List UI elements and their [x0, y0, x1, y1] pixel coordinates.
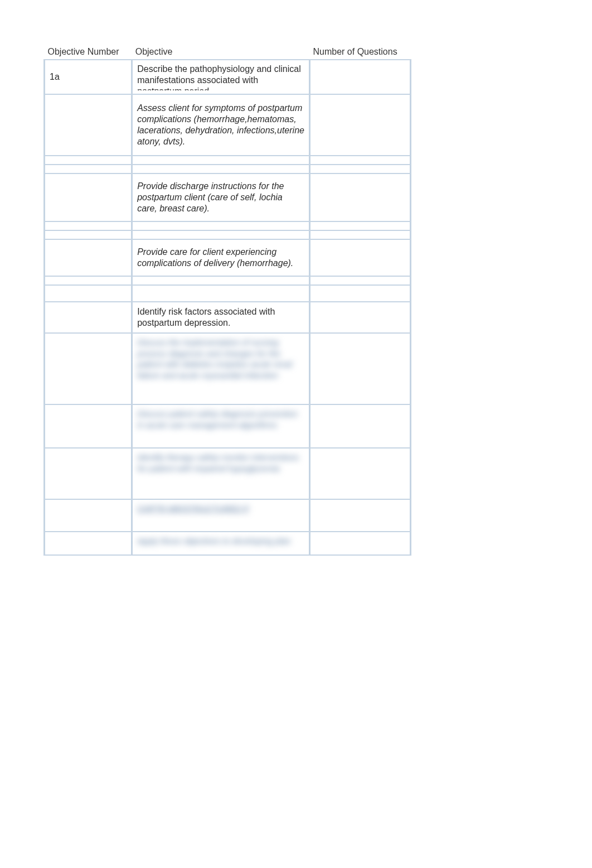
- cell-objective-number: [45, 165, 132, 173]
- blurred-content: Discuss patient safety diagnosis prevent…: [137, 408, 304, 430]
- cell-objective: Identify risk factors associated with po…: [132, 302, 310, 333]
- cell-objective-number: [45, 302, 132, 333]
- cell-objective: [132, 230, 310, 239]
- table-row: [45, 285, 411, 302]
- table-row: 1a Describe the pathophysiology and clin…: [45, 60, 411, 94]
- cell-number-of-questions: [309, 156, 410, 165]
- cell-objective: [132, 276, 310, 285]
- cell-objective-number: [45, 333, 132, 404]
- cell-objective-number: [45, 230, 132, 239]
- cell-objective-number: [45, 285, 132, 302]
- cell-objective-number: [45, 221, 132, 230]
- cell-objective: Discuss patient safety diagnosis prevent…: [132, 404, 310, 448]
- cell-objective-number: [45, 156, 132, 165]
- table-header-row: Objective Number Objective Number of Que…: [45, 45, 411, 60]
- blurred-content: Discuss the implementation of nursing pr…: [137, 337, 304, 380]
- blurred-content: Apply these objectives to developing pla…: [137, 536, 304, 547]
- cell-objective: [132, 285, 310, 302]
- cell-objective-number: [45, 499, 132, 532]
- cell-objective: Describe the pathophysiology and clinica…: [132, 60, 310, 94]
- cell-objective: Assess client for symptoms of postpartum…: [132, 94, 310, 156]
- cell-objective: [132, 156, 310, 165]
- cell-objective: Discuss the implementation of nursing pr…: [132, 333, 310, 404]
- table-row: [45, 156, 411, 165]
- table-row: Provide care for client experiencing com…: [45, 239, 411, 276]
- table-row: Assess client for symptoms of postpartum…: [45, 94, 411, 156]
- cell-number-of-questions: [309, 239, 410, 276]
- cell-objective: [132, 221, 310, 230]
- cell-objective-number: [45, 276, 132, 285]
- table-row: [45, 221, 411, 230]
- cell-number-of-questions: [309, 333, 410, 404]
- cell-objective: Identify therapy safety monitor interven…: [132, 448, 310, 499]
- table-row: CHPTR MR/STRUCTURED P: [45, 499, 411, 532]
- cell-number-of-questions: [309, 499, 410, 532]
- cell-number-of-questions: [309, 230, 410, 239]
- table-row: Apply these objectives to developing pla…: [45, 532, 411, 555]
- table-row: Identify therapy safety monitor interven…: [45, 448, 411, 499]
- cell-number-of-questions: [309, 173, 410, 221]
- cell-objective-number: [45, 94, 132, 156]
- blurred-content: Identify therapy safety monitor interven…: [137, 452, 304, 474]
- table-row: Discuss patient safety diagnosis prevent…: [45, 404, 411, 448]
- objectives-table: Objective Number Objective Number of Que…: [43, 45, 411, 556]
- header-objective: Objective: [132, 45, 310, 60]
- cell-objective: Provide discharge instructions for the p…: [132, 173, 310, 221]
- cell-number-of-questions: [309, 532, 410, 555]
- cell-objective-number: [45, 173, 132, 221]
- cell-objective: Provide care for client experiencing com…: [132, 239, 310, 276]
- cell-number-of-questions: [309, 221, 410, 230]
- cell-objective: Apply these objectives to developing pla…: [132, 532, 310, 555]
- cell-objective-number: 1a: [45, 60, 132, 94]
- objective-text-cut: postpartum period: [137, 86, 304, 90]
- cell-objective-number: [45, 404, 132, 448]
- table-row: [45, 276, 411, 285]
- cell-number-of-questions: [309, 165, 410, 173]
- cell-objective-number: [45, 532, 132, 555]
- blurred-content: CHPTR MR/STRUCTURED P: [137, 503, 304, 514]
- cell-number-of-questions: [309, 404, 410, 448]
- cell-objective-number: [45, 239, 132, 276]
- header-objective-number: Objective Number: [45, 45, 132, 60]
- cell-objective: CHPTR MR/STRUCTURED P: [132, 499, 310, 532]
- objective-text: Describe the pathophysiology and clinica…: [137, 64, 304, 86]
- cell-number-of-questions: [309, 94, 410, 156]
- table-row: [45, 230, 411, 239]
- cell-objective: [132, 165, 310, 173]
- cell-number-of-questions: [309, 60, 410, 94]
- table-row: Provide discharge instructions for the p…: [45, 173, 411, 221]
- table-row: Identify risk factors associated with po…: [45, 302, 411, 333]
- table-row: Discuss the implementation of nursing pr…: [45, 333, 411, 404]
- table-row: [45, 165, 411, 173]
- cell-number-of-questions: [309, 302, 410, 333]
- cell-number-of-questions: [309, 285, 410, 302]
- cell-objective-number: [45, 448, 132, 499]
- cell-number-of-questions: [309, 276, 410, 285]
- header-number-of-questions: Number of Questions: [309, 45, 410, 60]
- cell-number-of-questions: [309, 448, 410, 499]
